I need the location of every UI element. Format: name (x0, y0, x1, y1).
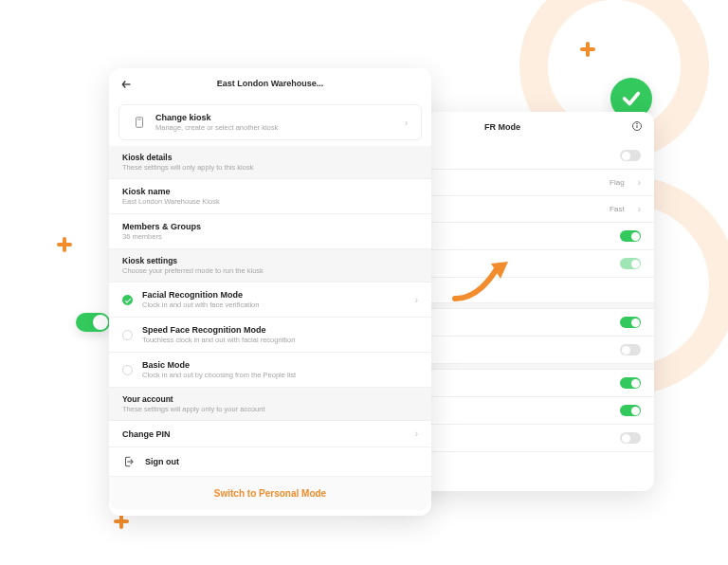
toggle[interactable] (620, 377, 641, 389)
toggle[interactable] (620, 150, 641, 161)
panel-header: East London Warehouse... (109, 68, 431, 99)
svg-rect-4 (136, 118, 143, 128)
sign-out-icon (122, 455, 136, 468)
section-your-account: Your account These settings will apply o… (109, 388, 431, 421)
row-title: Sign out (145, 457, 418, 466)
section-subtitle: These settings will apply only to your a… (122, 405, 418, 413)
row-title: Members & Groups (122, 222, 418, 231)
toggle[interactable] (620, 405, 641, 416)
section-kiosk-details: Kiosk details These settings will only a… (109, 146, 431, 179)
mode-option[interactable]: Facial Recognition ModeClock in and out … (109, 282, 431, 318)
row-value: Flag (610, 178, 625, 187)
row-value: 36 members (122, 232, 418, 241)
chevron-right-icon: › (638, 177, 641, 188)
mode-subtitle: Clock in and out by choosing from the Pe… (142, 371, 418, 379)
sparkle-icon (580, 42, 595, 57)
row-title: Kiosk name (122, 187, 418, 196)
section-title: Kiosk settings (122, 256, 418, 265)
radio-icon (122, 365, 133, 375)
mode-title: Basic Mode (142, 360, 418, 370)
sparkle-icon (114, 514, 129, 529)
mode-option[interactable]: Speed Face Recognition ModeTouchless clo… (109, 318, 431, 353)
row-value: Fast (610, 205, 625, 213)
section-kiosk-settings: Kiosk settings Choose your preferred mod… (109, 249, 431, 282)
chevron-right-icon: › (415, 428, 418, 439)
kiosk-name-row[interactable]: Kiosk name East London Warehouse Kiosk (109, 179, 431, 214)
mode-title: Speed Face Recognition Mode (142, 325, 418, 335)
row-title: Change kiosk (155, 113, 395, 122)
chevron-right-icon: › (405, 118, 408, 128)
sign-out-row[interactable]: Sign out (109, 447, 431, 477)
toggle[interactable] (620, 317, 641, 328)
toggle[interactable] (620, 432, 641, 444)
section-subtitle: Choose your preferred mode to run the ki… (122, 266, 418, 275)
info-icon[interactable] (631, 120, 643, 132)
sparkle-icon (57, 237, 72, 252)
members-row[interactable]: Members & Groups 36 members (109, 214, 431, 249)
kiosk-settings-panel: East London Warehouse... Change kiosk Ma… (109, 68, 431, 516)
radio-icon (122, 330, 133, 340)
row-value: East London Warehouse Kiosk (122, 197, 418, 206)
row-subtitle: Manage, create or select another kiosk (155, 123, 395, 132)
mode-title: Facial Recognition Mode (142, 290, 406, 300)
change-kiosk-row[interactable]: Change kiosk Manage, create or select an… (118, 104, 422, 140)
section-title: Kiosk details (122, 153, 418, 162)
mode-subtitle: Touchless clock in and out with facial r… (142, 336, 418, 344)
toggle[interactable] (620, 258, 641, 269)
page-title: FR Mode (484, 122, 520, 132)
mode-option[interactable]: Basic ModeClock in and out by choosing f… (109, 353, 431, 388)
change-pin-row[interactable]: Change PIN › (109, 421, 431, 447)
page-title: East London Warehouse... (217, 79, 324, 88)
chevron-right-icon: › (638, 204, 641, 214)
switch-personal-mode-button[interactable]: Switch to Personal Mode (109, 477, 431, 510)
toggle[interactable] (620, 230, 641, 242)
chevron-right-icon: › (415, 295, 418, 305)
back-button[interactable] (120, 78, 134, 91)
svg-point-2 (637, 123, 638, 124)
mode-subtitle: Clock in and out with face verification (142, 301, 406, 309)
radio-icon (122, 295, 133, 305)
section-subtitle: These settings will only apply to this k… (122, 163, 418, 172)
section-title: Your account (122, 394, 418, 404)
floating-toggle-decor (76, 313, 110, 332)
toggle[interactable] (620, 344, 641, 355)
row-title: Change PIN (122, 429, 406, 439)
kiosk-icon (133, 116, 146, 129)
